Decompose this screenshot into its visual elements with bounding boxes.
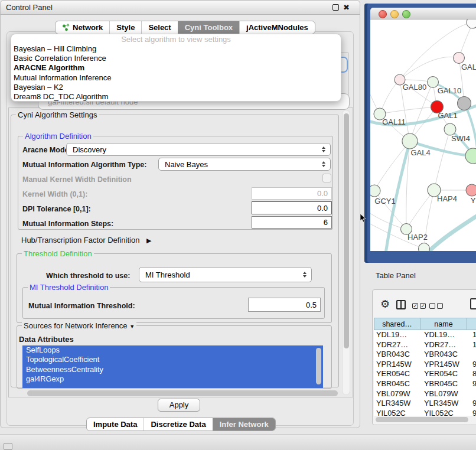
table-cell: YBL079W [422, 389, 470, 399]
threshold-definition-title: Threshold Definition [22, 249, 94, 258]
table-options-gear-icon[interactable]: ⚙ [380, 298, 390, 310]
table-cell [470, 389, 476, 399]
node-label: GAL [461, 63, 476, 71]
control-panel-tabs: NetworkStyleSelectCyni ToolboxjActiveMNo… [55, 21, 315, 34]
attribute-item[interactable]: SelfLoops [22, 345, 323, 355]
mi-algorithm-type-combobox[interactable]: Naive Bayes [158, 158, 331, 171]
network-node-y[interactable] [466, 184, 476, 196]
manual-kernel-label: Manual Kernel Width Definition [22, 175, 132, 184]
unselect-all-columns-icon2[interactable] [437, 303, 443, 309]
network-window-titlebar[interactable] [370, 8, 476, 19]
data-attributes-list[interactable]: SelfLoopsTopologicalCoefficientBetweenne… [22, 345, 323, 388]
float-icon[interactable] [332, 4, 339, 11]
network-node-gal[interactable] [454, 53, 465, 64]
table-cell: YBL079W [374, 389, 422, 399]
table-row[interactable]: YDL19…YDL19…13 [374, 330, 476, 340]
table-row[interactable]: YPR145WYPR145W9. [374, 360, 476, 370]
table-scrollbar-thumb[interactable] [376, 417, 468, 422]
algorithm-item[interactable]: ARACNE Algorithm [11, 63, 341, 73]
algorithm-item[interactable]: Basic Correlation Inference [11, 54, 341, 63]
aracne-mode-combobox[interactable]: Discovery [66, 143, 331, 156]
network-node[interactable] [419, 243, 430, 252]
table-cell: YPR145W [374, 360, 422, 370]
mi-threshold-group-title: MI Threshold Definition [28, 283, 110, 292]
table-cell: YDL19… [374, 330, 422, 340]
which-threshold-label: Which threshold to use: [46, 272, 130, 280]
tab-label: Select [148, 23, 171, 32]
network-node[interactable] [467, 19, 476, 28]
hub-section-toggle[interactable]: Hub/Transcription Factor Definition ▶ [21, 236, 151, 244]
stepper-icon [319, 161, 328, 167]
horizontal-scrollbar-thumb[interactable] [27, 390, 338, 396]
network-node-gal10[interactable] [428, 77, 439, 88]
table-cell: YBR043C [422, 350, 470, 360]
apply-button[interactable]: Apply [158, 399, 200, 412]
tab-network[interactable]: Network [56, 21, 109, 34]
cyni-tab-label: Impute Data [93, 420, 137, 429]
algorithm-dropdown-placeholder: Select algorithm to view settings [11, 34, 341, 44]
tab-label: Cyni Toolbox [185, 23, 233, 32]
manual-kernel-checkbox[interactable] [322, 174, 331, 182]
chevron-right-icon[interactable]: ▶ [146, 237, 151, 244]
attributes-scrollbar-thumb[interactable] [316, 348, 321, 384]
document-icon[interactable] [470, 298, 476, 309]
select-all-columns-icon[interactable]: ✓ [412, 303, 418, 309]
mi-steps-label: Mutual Information Steps: [22, 220, 113, 228]
select-all-columns-icon2[interactable]: ✓ [420, 303, 426, 309]
status-strip [0, 434, 476, 450]
cyni-tab-infer-network[interactable]: Infer Network [213, 418, 275, 431]
which-threshold-combobox[interactable]: MI Threshold [139, 267, 312, 282]
column-header[interactable] [467, 318, 476, 330]
control-panel-titlebar[interactable]: Control Panel ✖ [1, 1, 360, 15]
settings-vertical-scrollbar[interactable] [342, 110, 350, 395]
algorithm-item[interactable]: Mutual Information Inference [11, 73, 341, 83]
close-icon[interactable]: ✖ [343, 4, 350, 11]
attribute-item[interactable]: TopologicalCoefficient [22, 355, 323, 364]
tab-style[interactable]: Style [109, 21, 141, 34]
table-cell: 9 [470, 409, 476, 416]
attribute-item[interactable]: gal4RGexp [22, 374, 323, 384]
kernel-width-field[interactable] [252, 187, 332, 200]
mi-threshold-field[interactable] [248, 298, 321, 312]
vertical-scrollbar-thumb[interactable] [344, 113, 349, 348]
algorithm-item[interactable]: Bayesian – K2 [11, 83, 341, 92]
tab-select[interactable]: Select [141, 21, 177, 34]
table-body: YDL19…YDL19…13YDR27…YDR27…12YBR043CYBR04… [374, 330, 476, 416]
table-cell: YBR045C [422, 379, 470, 389]
close-traffic-light-icon[interactable] [379, 10, 387, 18]
network-node[interactable] [465, 148, 476, 164]
tab-jactivemnodules[interactable]: jActiveMNodules [239, 21, 315, 34]
network-node-swi4[interactable] [444, 123, 456, 135]
table-row[interactable]: YBL079WYBL079W [374, 389, 476, 399]
network-node-gal4[interactable] [402, 133, 418, 149]
table-row[interactable]: YER054CYER054C8. [374, 369, 476, 379]
dpi-tolerance-field[interactable] [252, 201, 332, 214]
chevron-down-icon[interactable]: ▼ [129, 324, 135, 330]
tab-cyni-toolbox[interactable]: Cyni Toolbox [178, 21, 239, 34]
table-row[interactable]: YBR045CYBR045C9. [374, 379, 476, 389]
cyni-tab-discretize-data[interactable]: Discretize Data [144, 418, 212, 431]
network-node-gcy1[interactable] [370, 185, 380, 197]
column-header[interactable]: name [420, 318, 467, 330]
table-row[interactable]: YLR345WYLR345W9. [374, 399, 476, 409]
table-row[interactable]: YDR27…YDR27…12 [374, 340, 476, 350]
table-horizontal-scrollbar[interactable] [376, 417, 472, 422]
cyni-tab-impute-data[interactable]: Impute Data [87, 418, 144, 431]
zoom-traffic-light-icon[interactable] [402, 10, 410, 18]
network-canvas[interactable]: GALGAL80GAL10GAL1GAL11SWI4GAL4GCY1HAP4YH… [370, 19, 476, 251]
network-node[interactable] [458, 97, 471, 110]
table-row[interactable]: YIL052CYIL052C9 [374, 409, 476, 416]
sources-group-title[interactable]: Sources for Network Inference ▼ [22, 321, 136, 331]
algorithm-item[interactable]: Bayesian – Hill Climbing [11, 44, 341, 54]
mi-steps-field[interactable] [252, 216, 332, 229]
column-header[interactable]: shared… [374, 318, 420, 330]
attribute-item[interactable]: BetweennessCentrality [22, 365, 323, 374]
unselect-all-columns-icon[interactable] [429, 303, 435, 309]
panel-grip-icon[interactable] [4, 443, 12, 450]
show-columns-icon[interactable] [396, 300, 406, 309]
settings-horizontal-scrollbar[interactable] [27, 390, 338, 396]
table-cell: 9. [470, 379, 476, 389]
table-row[interactable]: YBR043CYBR043C [374, 350, 476, 360]
minimize-traffic-light-icon[interactable] [390, 10, 399, 18]
algorithm-item[interactable]: Dream8 DC_TDC Algorithm [11, 92, 341, 102]
